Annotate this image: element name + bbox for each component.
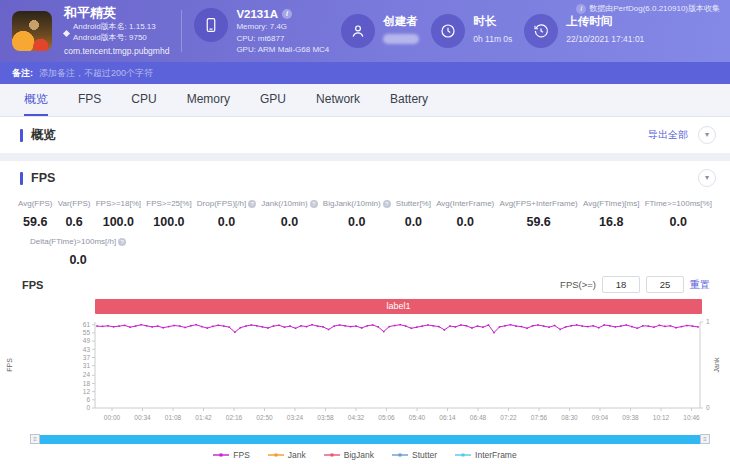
- help-icon[interactable]: ?: [248, 200, 256, 208]
- fps-chart-title: FPS: [22, 279, 43, 291]
- device-info-icon[interactable]: i: [282, 9, 292, 19]
- overview-title: 概览: [20, 127, 56, 144]
- svg-text:00:00: 00:00: [104, 414, 121, 421]
- stat-label: Avg(InterFrame): [436, 199, 494, 208]
- stat-label: FPS>=25[%]: [146, 199, 191, 208]
- legend-item-fps[interactable]: FPS: [213, 450, 250, 460]
- svg-text:07:56: 07:56: [531, 414, 548, 421]
- svg-text:49: 49: [83, 337, 91, 344]
- svg-text:05:40: 05:40: [409, 414, 426, 421]
- svg-text:1: 1: [706, 318, 710, 325]
- fps-section-title: FPS: [20, 171, 55, 185]
- legend-label: FPS: [233, 450, 250, 460]
- legend-label: BigJank: [344, 450, 374, 460]
- duration-block: 时长 0h 11m 0s: [431, 14, 512, 48]
- legend-item-interframe[interactable]: InterFrame: [455, 450, 517, 460]
- legend-marker-icon: [324, 452, 340, 458]
- collapse-overview-button[interactable]: ▾: [698, 126, 716, 144]
- help-icon[interactable]: ?: [118, 238, 126, 246]
- stat-ftime-100ms-: FTime>=100ms[%]0.0: [645, 199, 712, 229]
- help-icon[interactable]: ?: [383, 200, 391, 208]
- creator-block: 创建者: [341, 14, 419, 48]
- svg-text:24: 24: [83, 371, 91, 378]
- legend-item-bigjank[interactable]: BigJank: [324, 450, 374, 460]
- stat-value: 100.0: [146, 215, 191, 229]
- fps-line-chart[interactable]: 615549433731241812601000:0000:3401:0801:…: [0, 314, 730, 432]
- note-bar[interactable]: 备注: 添加备注，不超过200个字符: [0, 62, 730, 84]
- stat-label: BigJank(/10min): [323, 199, 381, 208]
- duration-label: 时长: [473, 14, 512, 29]
- device-memory: Memory: 7.4G: [236, 22, 329, 31]
- svg-text:10:46: 10:46: [683, 414, 700, 421]
- reset-threshold-link[interactable]: 重置: [690, 278, 710, 292]
- stat-fps-18-: FPS>=18[%]100.0: [96, 199, 141, 229]
- note-placeholder: 添加备注，不超过200个字符: [39, 67, 153, 80]
- creator-label: 创建者: [383, 14, 419, 29]
- tab-bar: 概览FPSCPUMemoryGPUNetworkBattery: [0, 84, 730, 117]
- game-app-icon: [12, 11, 52, 51]
- stat-label: Avg(FPS): [18, 199, 53, 208]
- fps-card: FPS ▾ Avg(FPS)59.6Var(FPS)0.6FPS>=18[%]1…: [0, 161, 730, 464]
- tab-battery[interactable]: Battery: [390, 84, 428, 116]
- version-diamond-icon: [63, 30, 70, 37]
- svg-text:04:32: 04:32: [348, 414, 365, 421]
- tab-cpu[interactable]: CPU: [131, 84, 156, 116]
- stat-delta-ftime-100ms-h-: Delta(FTime)>100ms[/h]?0.0: [30, 237, 126, 267]
- package-name: com.tencent.tmgp.pubgmhd: [64, 47, 169, 56]
- upload-time-block: 上传时间 22/10/2021 17:41:01: [524, 14, 644, 48]
- user-icon: [341, 14, 375, 48]
- fps-stats-row2: Delta(FTime)>100ms[/h]?0.0: [0, 229, 730, 267]
- scrollbar-handle-right[interactable]: ≡: [700, 434, 710, 444]
- svg-text:55: 55: [83, 329, 91, 336]
- stat-fps-25-: FPS>=25[%]100.0: [146, 199, 191, 229]
- stat-drop-fps-h-: Drop(FPS)[/h]?0.0: [197, 199, 256, 229]
- stat-value: 59.6: [499, 215, 577, 229]
- legend-marker-icon: [392, 452, 408, 458]
- stat-value: 0.0: [645, 215, 712, 229]
- tab-memory[interactable]: Memory: [187, 84, 230, 116]
- legend-marker-icon: [455, 452, 471, 458]
- stat-label: FPS>=18[%]: [96, 199, 141, 208]
- scrollbar-handle-left[interactable]: ≡: [30, 434, 40, 444]
- tab-fps[interactable]: FPS: [78, 84, 101, 116]
- duration-value: 0h 11m 0s: [473, 34, 512, 44]
- legend-item-jank[interactable]: Jank: [268, 450, 306, 460]
- stat-label: Avg(FTime)[ms]: [583, 199, 639, 208]
- svg-text:12: 12: [83, 388, 91, 395]
- fps-threshold-low-input[interactable]: [602, 276, 640, 293]
- chart-legend: FPSJankBigJankStutterInterFrame: [0, 450, 730, 460]
- svg-text:06:14: 06:14: [439, 414, 456, 421]
- scrollbar-track[interactable]: [40, 435, 700, 444]
- fps-threshold-controls: FPS(>=) 重置: [560, 276, 710, 293]
- creator-name-masked: [383, 34, 419, 44]
- chart-scrollbar[interactable]: ≡ ≡: [30, 434, 710, 444]
- stat-value: 59.6: [18, 215, 53, 229]
- stat-label: Drop(FPS)[/h]: [197, 199, 246, 208]
- game-title: 和平精英: [64, 6, 169, 19]
- collected-by-note: i 数据由PerfDog(6.0.210910)版本收集: [576, 3, 720, 14]
- device-block: V2131A i Memory: 7.4G CPU: mt6877 GPU: A…: [194, 8, 329, 55]
- stat-label: Avg(FPS+InterFrame): [499, 199, 577, 208]
- clock-icon: [431, 14, 465, 48]
- stat-value: 0.0: [30, 253, 126, 267]
- collapse-fps-button[interactable]: ▾: [698, 169, 716, 187]
- tab-overview[interactable]: 概览: [24, 84, 48, 116]
- legend-item-stutter[interactable]: Stutter: [392, 450, 437, 460]
- svg-text:0: 0: [86, 404, 90, 411]
- stat-stutter-: Stutter[%]0.0: [396, 199, 431, 229]
- svg-text:06:48: 06:48: [470, 414, 487, 421]
- svg-text:02:16: 02:16: [226, 414, 243, 421]
- export-all-link[interactable]: 导出全部: [648, 128, 688, 142]
- tab-network[interactable]: Network: [316, 84, 360, 116]
- stat-avg-interframe-: Avg(InterFrame)0.0: [436, 199, 494, 229]
- help-icon[interactable]: ?: [310, 200, 318, 208]
- android-version-code: Android版本号: 9750: [73, 33, 156, 44]
- tab-gpu[interactable]: GPU: [260, 84, 286, 116]
- stat-value: 0.0: [261, 215, 317, 229]
- phone-icon: [194, 8, 228, 42]
- header-divider: [181, 10, 182, 52]
- overview-section-header: 概览 导出全部 ▾: [0, 117, 730, 153]
- svg-text:02:50: 02:50: [256, 414, 273, 421]
- stat-value: 0.0: [436, 215, 494, 229]
- fps-threshold-high-input[interactable]: [646, 276, 684, 293]
